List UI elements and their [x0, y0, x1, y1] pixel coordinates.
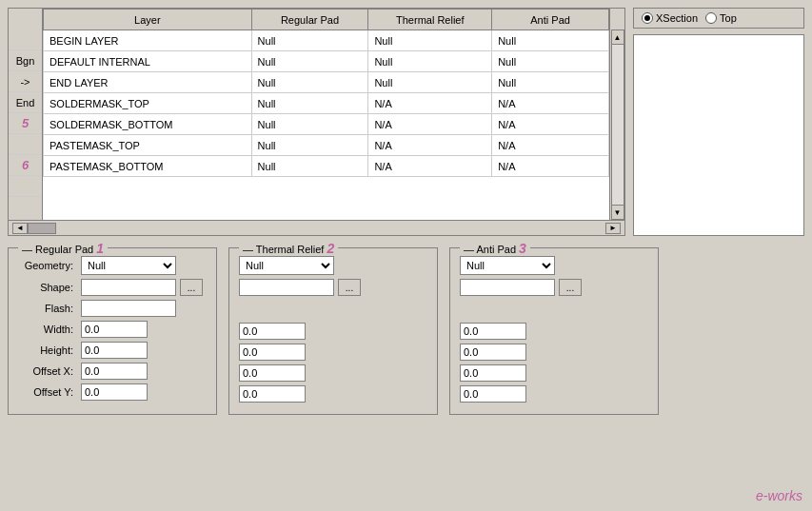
anti-pad-cell: N/A — [492, 156, 609, 177]
thermal-relief-cell: N/A — [368, 114, 492, 135]
anti-pad-cell: Null — [492, 72, 609, 93]
shape-input-tr[interactable] — [239, 279, 334, 296]
radio-xsection[interactable]: XSection — [642, 12, 698, 24]
horizontal-scrollbar[interactable]: ◄ ► — [9, 220, 624, 235]
anti-pad-legend: — Anti Pad 3 — [460, 241, 530, 256]
anti-pad-number: 3 — [519, 241, 526, 256]
shape-row-ap: ... — [460, 279, 648, 296]
regular-pad-number: 1 — [96, 241, 104, 256]
geometry-select-tr[interactable]: Null — [239, 256, 334, 275]
height-input-tr[interactable] — [239, 344, 306, 361]
thermal-relief-cell: N/A — [368, 93, 492, 114]
geometry-row-tr: Null — [239, 256, 427, 275]
bottom-spacer — [670, 247, 804, 415]
thermal-relief-cell: N/A — [368, 156, 492, 177]
regular-pad-cell: Null — [251, 156, 368, 177]
top-section: Bgn -> End 5 6 Layer Regular Pad — [8, 8, 804, 236]
row-label-arrow: -> — [9, 71, 42, 92]
logo-works: works — [767, 488, 802, 503]
hscroll-thumb[interactable] — [28, 223, 56, 234]
table-row[interactable]: PASTEMASK_BOTTOM Null N/A N/A — [44, 156, 609, 177]
regular-pad-cell: Null — [251, 135, 368, 156]
layer-name-cell: END LAYER — [44, 72, 252, 93]
offset-y-row: Offset Y: — [18, 383, 207, 401]
height-row-ap — [460, 344, 648, 361]
radio-xsection-label: XSection — [656, 12, 698, 24]
offset-y-input-ap[interactable] — [460, 385, 526, 403]
main-container: Bgn -> End 5 6 Layer Regular Pad — [0, 0, 812, 511]
geometry-row: Geometry: Null — [18, 256, 207, 275]
height-input[interactable] — [81, 342, 148, 359]
thermal-relief-cell: Null — [368, 51, 492, 72]
thermal-relief-cell: Null — [368, 30, 492, 51]
thermal-relief-legend: — Thermal Relief 2 — [239, 241, 338, 256]
scroll-up-btn[interactable]: ▲ — [611, 29, 624, 45]
table-row[interactable]: BEGIN LAYER Null Null Null — [44, 30, 609, 51]
radio-xsection-circle[interactable] — [642, 12, 653, 24]
width-input-tr[interactable] — [239, 323, 306, 340]
scroll-right-btn[interactable]: ► — [605, 223, 621, 234]
anti-pad-cell: N/A — [492, 114, 609, 135]
offset-x-input-ap[interactable] — [460, 364, 526, 382]
table-row[interactable]: DEFAULT INTERNAL Null Null Null — [44, 51, 609, 72]
regular-pad-cell: Null — [251, 114, 368, 135]
col-header-thermal-relief: Thermal Relief — [368, 10, 492, 30]
thermal-relief-number: 2 — [327, 241, 334, 256]
shape-browse-btn[interactable]: ... — [180, 279, 203, 296]
shape-browse-btn-tr[interactable]: ... — [338, 279, 361, 296]
row-label-end: End — [9, 92, 42, 113]
col-header-regular-pad: Regular Pad — [251, 10, 368, 30]
anti-pad-title: Anti Pad — [476, 244, 516, 255]
shape-browse-btn-ap[interactable]: ... — [559, 279, 582, 296]
radio-group: XSection Top — [633, 8, 804, 29]
shape-row-tr: ... — [239, 279, 427, 296]
offset-y-row-tr — [239, 385, 427, 403]
radio-top[interactable]: Top — [705, 12, 737, 24]
col-header-layer: Layer — [44, 10, 252, 30]
col-header-anti-pad: Anti Pad — [492, 10, 609, 30]
spacer-ap — [460, 300, 648, 319]
preview-box — [633, 34, 804, 236]
ewworks-logo: e-works — [756, 488, 802, 503]
shape-input[interactable] — [81, 279, 176, 296]
table-row[interactable]: SOLDERMASK_BOTTOM Null N/A N/A — [44, 114, 609, 135]
table-row[interactable]: END LAYER Null Null Null — [44, 72, 609, 93]
width-input-ap[interactable] — [460, 323, 526, 340]
height-input-ap[interactable] — [460, 344, 526, 361]
layer-table: Layer Regular Pad Thermal Relief Anti Pa… — [43, 9, 609, 177]
flash-input[interactable] — [81, 300, 176, 317]
geometry-select-ap[interactable]: Null — [460, 256, 555, 275]
shape-row: Shape: ... — [18, 279, 207, 296]
regular-pad-cell: Null — [251, 93, 368, 114]
radio-top-circle[interactable] — [705, 12, 717, 24]
shape-input-ap[interactable] — [460, 279, 555, 296]
offset-y-input[interactable] — [81, 383, 148, 401]
scroll-down-btn[interactable]: ▼ — [611, 205, 624, 220]
scroll-left-btn[interactable]: ◄ — [12, 223, 28, 234]
regular-pad-cell: Null — [251, 51, 368, 72]
table-row[interactable]: PASTEMASK_TOP Null N/A N/A — [44, 135, 609, 156]
width-label: Width: — [18, 324, 77, 335]
thermal-relief-cell: N/A — [368, 135, 492, 156]
right-panel: XSection Top — [633, 8, 804, 236]
width-row: Width: — [18, 321, 207, 338]
radio-top-label: Top — [720, 12, 737, 24]
anti-pad-cell: Null — [492, 30, 609, 51]
offset-x-label: Offset X: — [18, 365, 77, 377]
width-row-tr — [239, 323, 427, 340]
height-row-tr — [239, 344, 427, 361]
anti-pad-cell: N/A — [492, 135, 609, 156]
thermal-relief-title: Thermal Relief — [256, 244, 325, 255]
width-input[interactable] — [81, 321, 148, 338]
offset-y-input-tr[interactable] — [239, 385, 306, 403]
geometry-select[interactable]: Null — [81, 256, 176, 275]
vertical-scrollbar[interactable]: ▲ ▼ — [609, 9, 624, 220]
layer-name-cell: PASTEMASK_BOTTOM — [44, 156, 252, 177]
table-row[interactable]: SOLDERMASK_TOP Null N/A N/A — [44, 93, 609, 114]
offset-x-input-tr[interactable] — [239, 364, 306, 382]
row-label-empty2 — [9, 176, 42, 197]
offset-x-input[interactable] — [81, 363, 148, 380]
offset-y-label: Offset Y: — [18, 386, 77, 398]
height-row: Height: — [18, 342, 207, 359]
layer-name-cell: PASTEMASK_TOP — [44, 135, 252, 156]
